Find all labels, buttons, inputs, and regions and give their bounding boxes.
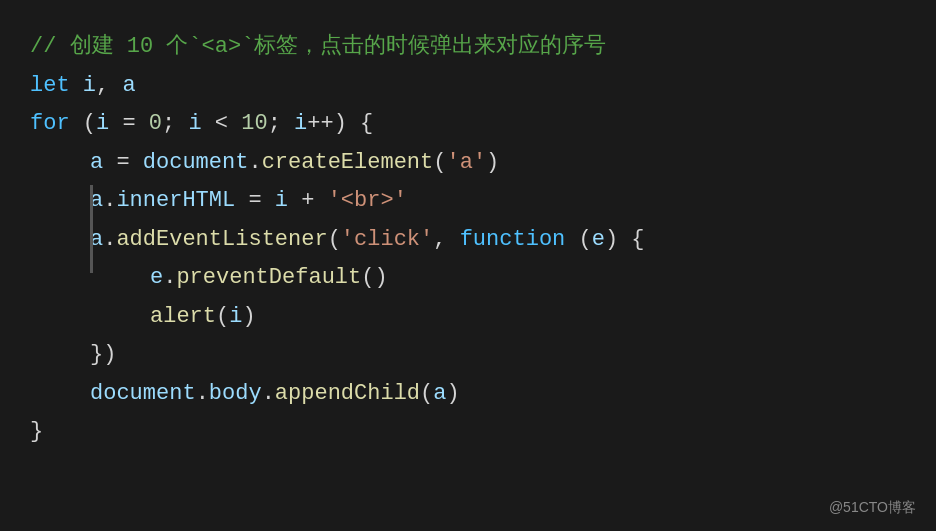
method-alert: alert — [150, 298, 216, 337]
str-br: '<br>' — [328, 182, 407, 221]
for-inc: ++) { — [307, 105, 373, 144]
func-open: ) { — [605, 221, 645, 260]
for-space: ( — [70, 105, 96, 144]
paren3: ( — [328, 221, 341, 260]
dot6: . — [262, 375, 275, 414]
code-line-inner: a . innerHTML = i + '<br>' — [30, 182, 906, 221]
block-indicator — [90, 185, 93, 273]
code-line-comment: // 创建 10 个`<a>`标签，点击的时候弹出来对应的序号 — [30, 28, 906, 67]
obj-document2: document — [90, 375, 196, 414]
code-line-create: a = document . createElement ( 'a' ) — [30, 144, 906, 183]
var-a-2: a — [90, 144, 103, 183]
keyword-function: function — [460, 221, 566, 260]
dot2: . — [103, 182, 116, 221]
var-i-3: i — [188, 105, 201, 144]
code-line-close-for: } — [30, 413, 906, 452]
dot3: . — [103, 221, 116, 260]
code-editor: // 创建 10 个`<a>`标签，点击的时候弹出来对应的序号 let i , … — [0, 0, 936, 531]
watermark: @51CTO博客 — [829, 499, 916, 517]
plus: + — [288, 182, 328, 221]
var-e: e — [592, 221, 605, 260]
code-line-append: document . body . appendChild ( a ) — [30, 375, 906, 414]
paren5: ( — [216, 298, 229, 337]
space-var — [70, 67, 83, 106]
func-sig: ( — [565, 221, 591, 260]
dot1: . — [248, 144, 261, 183]
code-line-let: let i , a — [30, 67, 906, 106]
eq2: = — [235, 182, 275, 221]
obj-document: document — [143, 144, 249, 183]
comma2: , — [433, 221, 459, 260]
for-semi2: ; — [268, 105, 294, 144]
num-10: 10 — [241, 105, 267, 144]
var-i-2: i — [96, 105, 109, 144]
keyword-let: let — [30, 67, 70, 106]
paren2: ) — [486, 144, 499, 183]
var-i-4: i — [294, 105, 307, 144]
var-a-5: a — [433, 375, 446, 414]
paren8: ) — [446, 375, 459, 414]
method-append: appendChild — [275, 375, 420, 414]
close-for: } — [30, 413, 43, 452]
method-create: createElement — [262, 144, 434, 183]
prop-body: body — [209, 375, 262, 414]
for-assign: = — [109, 105, 149, 144]
comma: , — [96, 67, 122, 106]
code-line-prevent: e . preventDefault () — [30, 259, 906, 298]
dot4: . — [163, 259, 176, 298]
method-addevent: addEventListener — [116, 221, 327, 260]
eq1: = — [103, 144, 143, 183]
code-line-addevent: a . addEventListener ( 'click' , functio… — [30, 221, 906, 260]
var-i: i — [83, 67, 96, 106]
var-i-5: i — [275, 182, 288, 221]
paren1: ( — [433, 144, 446, 183]
code-line-for: for ( i = 0 ; i < 10 ; i ++) { — [30, 105, 906, 144]
code-line-alert: alert ( i ) — [30, 298, 906, 337]
code-line-close-cb: }) — [30, 336, 906, 375]
for-semi1: ; — [162, 105, 188, 144]
method-prevent: preventDefault — [176, 259, 361, 298]
num-0: 0 — [149, 105, 162, 144]
dot5: . — [196, 375, 209, 414]
paren6: ) — [242, 298, 255, 337]
for-lt: < — [202, 105, 242, 144]
keyword-for: for — [30, 105, 70, 144]
var-a: a — [122, 67, 135, 106]
parens4: () — [361, 259, 387, 298]
var-i-6: i — [229, 298, 242, 337]
close-cb: }) — [90, 336, 116, 375]
str-a: 'a' — [446, 144, 486, 183]
var-e-2: e — [150, 259, 163, 298]
str-click: 'click' — [341, 221, 433, 260]
paren7: ( — [420, 375, 433, 414]
prop-inner: innerHTML — [116, 182, 235, 221]
comment-text: // 创建 10 个`<a>`标签，点击的时候弹出来对应的序号 — [30, 28, 606, 67]
